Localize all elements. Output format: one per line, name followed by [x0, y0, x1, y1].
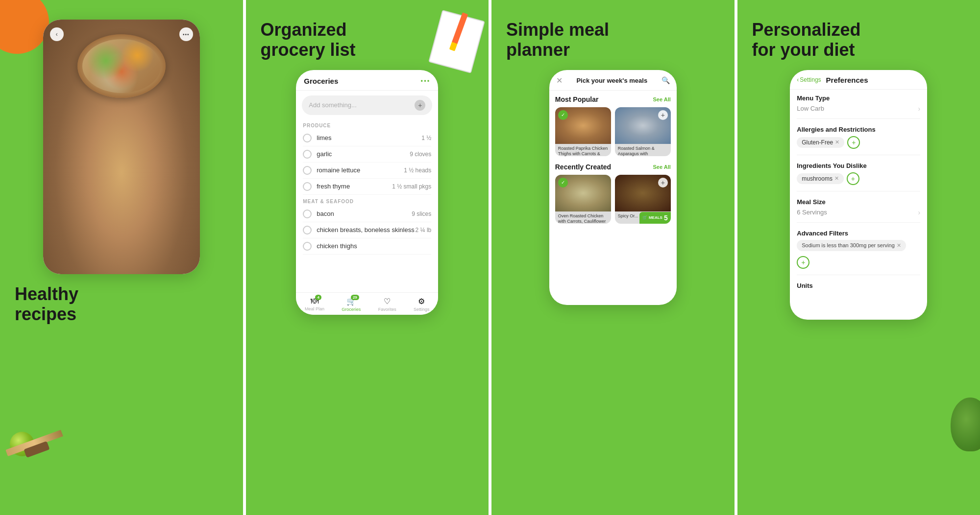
meal-card-image-chicken: ✓: [555, 107, 611, 144]
popular-cards: ✓ Roasted Paprika Chicken Thighs with Ca…: [555, 107, 671, 156]
item-name-romaine: romaine lettuce: [317, 166, 404, 174]
settings-icon: ⚙: [418, 297, 425, 306]
item-name-chicken-thighs: chicken thighs: [317, 242, 431, 250]
close-button[interactable]: ✕: [556, 76, 563, 85]
more-button[interactable]: •••: [179, 27, 193, 41]
most-popular-section: Most Popular See All ✓ Roasted Paprika C…: [549, 91, 677, 158]
prefs-content: Menu Type Low Carb › Allergies and Restr…: [790, 90, 927, 320]
remove-gluten-free[interactable]: ✕: [835, 139, 839, 145]
add-meal-icon[interactable]: +: [658, 110, 668, 120]
item-name-bacon: bacon: [317, 210, 412, 217]
item-name-thyme: fresh thyme: [317, 183, 392, 190]
panel-meal-planner: Simple meal planner ✕ Pick your week's m…: [489, 0, 735, 515]
tab-label-meal-plan: Meal Plan: [305, 306, 324, 311]
recently-created-section: Recently Created See All ✓ Oven Roasted …: [549, 158, 677, 226]
recently-created-header: Recently Created See All: [555, 163, 671, 171]
item-qty-limes: 1 ½: [421, 135, 431, 141]
meal-planner-header: ✕ Pick your week's meals 🔍: [549, 70, 677, 91]
menu-type-value: Low Carb: [797, 105, 824, 112]
meals-badge-label: MEALS: [649, 215, 662, 220]
meals-count-number: 5: [664, 214, 668, 222]
sodium-filter-text: Sodium is less than 300mg per serving: [802, 242, 895, 248]
menu-type-row[interactable]: Low Carb ›: [797, 105, 920, 113]
advanced-filters-section: Advanced Filters Sodium is less than 300…: [797, 230, 920, 275]
check-icon: ✓: [558, 110, 568, 120]
meal-card-salmon[interactable]: + Roasted Salmon & Asparagus with Balsam…: [615, 107, 671, 156]
meal-card-chicken[interactable]: ✓ Roasted Paprika Chicken Thighs with Ca…: [555, 107, 611, 156]
gluten-free-tag[interactable]: Gluten-Free ✕: [797, 137, 844, 148]
see-all-recent[interactable]: See All: [653, 164, 670, 170]
allergies-tags: Gluten-Free ✕ +: [797, 136, 920, 149]
settings-back-button[interactable]: ‹ Settings: [797, 76, 821, 83]
meal-card-image-spicy: +: [615, 175, 671, 211]
panel-groceries: Organized grocery list Groceries ••• Add…: [243, 0, 489, 515]
groceries-badge: 29: [351, 295, 359, 300]
chevron-right-icon-meal: ›: [918, 209, 921, 216]
tab-groceries[interactable]: 🛒 29 Groceries: [342, 297, 361, 312]
recipe-food-image: ‹ •••: [43, 20, 200, 274]
remove-sodium-filter[interactable]: ✕: [897, 242, 901, 249]
add-allergy-button[interactable]: +: [847, 136, 860, 149]
tab-label-favorites: Favorites: [378, 307, 396, 312]
deco-avocado: [951, 398, 980, 451]
add-button[interactable]: +: [415, 100, 425, 111]
phone-mockup-4: ‹ Settings Preferences Menu Type Low Car…: [790, 70, 927, 320]
grocery-item-limes: limes 1 ½: [303, 130, 431, 146]
produce-section: PRODUCE limes 1 ½ garlic 9 cloves romain…: [296, 120, 438, 196]
tab-settings[interactable]: ⚙ Settings: [414, 297, 430, 312]
tab-favorites[interactable]: ♡ Favorites: [378, 297, 396, 312]
add-filter-button[interactable]: +: [797, 256, 809, 269]
checkbox-bacon[interactable]: [303, 210, 312, 218]
menu-type-section: Menu Type Low Carb ›: [797, 94, 920, 119]
add-dislike-button[interactable]: +: [847, 172, 859, 185]
sodium-filter-tag[interactable]: Sodium is less than 300mg per serving ✕: [797, 240, 906, 251]
mushrooms-tag[interactable]: mushrooms ✕: [797, 173, 844, 184]
item-qty-garlic: 9 cloves: [410, 151, 431, 158]
grocery-item-chicken-thighs: chicken thighs: [303, 238, 431, 255]
checkbox-garlic[interactable]: [303, 150, 312, 159]
phone-nav-bar: ‹ •••: [43, 23, 200, 45]
meal-planner-title: Pick your week's meals: [576, 77, 647, 84]
meal-card-spicy[interactable]: + Spicy Or... Brocco... 🛒 MEALS 5: [615, 175, 671, 224]
grocery-item-romaine: romaine lettuce 1 ½ heads: [303, 163, 431, 179]
meat-seafood-section: MEAT & SEAFOOD bacon 9 slices chicken br…: [296, 196, 438, 256]
tab-bar: 🍽 4 Meal Plan 🛒 29 Groceries ♡ Favorites…: [296, 292, 438, 315]
search-button[interactable]: 🔍: [662, 76, 670, 84]
advanced-filters-label: Advanced Filters: [797, 230, 920, 237]
units-section: Units: [797, 282, 920, 298]
meal-size-section: Meal Size 6 Servings ›: [797, 198, 920, 223]
meal-size-row[interactable]: 6 Servings ›: [797, 209, 920, 216]
meal-plan-badge: 4: [315, 295, 321, 300]
meals-count-badge: 🛒 MEALS 5: [639, 212, 671, 224]
item-qty-bacon: 9 slices: [412, 211, 431, 217]
groceries-icon: 🛒 29: [346, 297, 356, 306]
gluten-free-text: Gluten-Free: [802, 139, 833, 146]
allergies-section: Allergies and Restrictions Gluten-Free ✕…: [797, 126, 920, 155]
section-label-produce: PRODUCE: [303, 123, 431, 128]
grocery-item-garlic: garlic 9 cloves: [303, 146, 431, 163]
checkbox-chicken-breasts[interactable]: [303, 226, 312, 234]
item-name-limes: limes: [317, 134, 421, 141]
menu-type-label: Menu Type: [797, 94, 920, 102]
back-button[interactable]: ‹: [50, 27, 64, 41]
meal-card-roasted[interactable]: ✓ Oven Roasted Chicken with Carrots, Cau…: [555, 175, 611, 224]
checkbox-romaine[interactable]: [303, 166, 312, 175]
tab-meal-plan[interactable]: 🍽 4 Meal Plan: [305, 297, 324, 311]
checkbox-chicken-thighs[interactable]: [303, 242, 312, 251]
panel4-headline: Personalizedfor your diet: [752, 20, 966, 60]
checkbox-limes[interactable]: [303, 134, 312, 142]
add-input-placeholder: Add something...: [309, 101, 357, 109]
groceries-more-button[interactable]: •••: [421, 77, 431, 85]
grocery-item-bacon: bacon 9 slices: [303, 206, 431, 222]
checkbox-thyme[interactable]: [303, 182, 312, 191]
add-item-input[interactable]: Add something... +: [302, 95, 432, 115]
groceries-title: Groceries: [304, 77, 338, 85]
meal-card-label-salmon: Roasted Salmon & Asparagus with Balsamic…: [615, 144, 671, 156]
add-meal-icon-spicy[interactable]: +: [658, 178, 668, 187]
panel1-headline: Healthy recipes: [15, 284, 228, 325]
tab-label-settings: Settings: [414, 307, 430, 312]
meal-card-image-salmon: +: [615, 107, 671, 144]
meal-size-value: 6 Servings: [797, 209, 827, 216]
remove-mushrooms[interactable]: ✕: [834, 175, 839, 182]
see-all-popular[interactable]: See All: [653, 96, 670, 102]
